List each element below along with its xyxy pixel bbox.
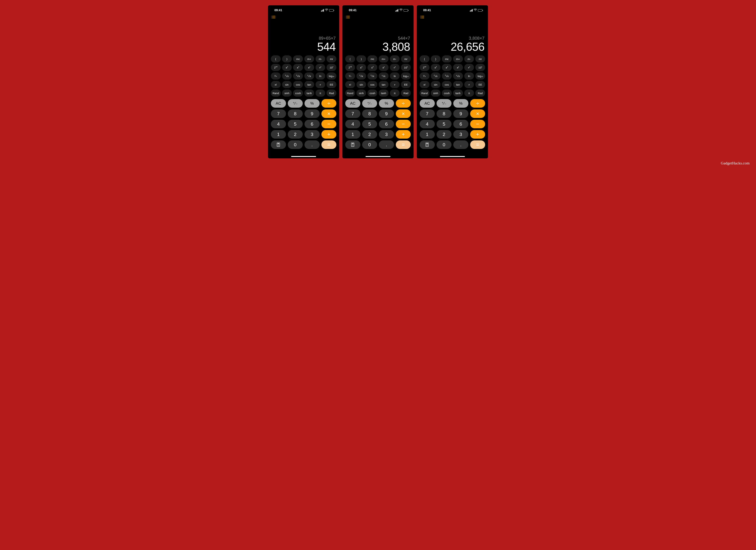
three-button[interactable]: 3 [305,130,320,139]
memory-subtract-button[interactable]: m- [316,55,325,62]
one-over-x-button[interactable]: ¹⁄ₓ [420,72,429,80]
plus-button[interactable]: + [470,130,485,139]
decimal-button[interactable]: . [379,140,394,149]
memory-recall-button[interactable]: mr [327,55,336,62]
one-over-x-button[interactable]: ¹⁄ₓ [271,72,281,80]
memory-clear-button[interactable]: mc [367,55,377,62]
ln-button[interactable]: ln [390,72,400,80]
sinh-button[interactable]: sinh [282,90,292,97]
decimal-button[interactable]: . [453,140,468,149]
history-button[interactable] [268,14,339,19]
two-button[interactable]: 2 [437,130,452,139]
factorial-button[interactable]: x! [345,81,355,88]
sinh-button[interactable]: sinh [356,90,366,97]
nine-button[interactable]: 9 [305,109,320,118]
two-button[interactable]: 2 [362,130,377,139]
ee-button[interactable]: EE [475,81,485,88]
four-button[interactable]: 4 [420,120,435,128]
ten-power-x-button[interactable]: 10x [327,64,336,71]
x-cubed-button[interactable]: x3 [442,64,452,71]
sqrt-button[interactable]: 2√x [431,72,441,80]
eight-button[interactable]: 8 [437,109,452,118]
y-root-x-button[interactable]: y√x [304,72,314,80]
seven-button[interactable]: 7 [345,109,360,118]
six-button[interactable]: 6 [453,120,468,128]
cos-button[interactable]: cos [367,81,377,88]
x-squared-button[interactable]: x2 [282,64,292,71]
tan-button[interactable]: tan [304,81,314,88]
equals-button[interactable]: = [396,140,411,149]
e-power-x-button[interactable]: ex [390,64,400,71]
six-button[interactable]: 6 [305,120,320,128]
multiply-button[interactable]: × [470,109,485,118]
second-fn-button[interactable]: 2nd [271,64,281,71]
second-fn-button[interactable]: 2nd [420,64,429,71]
memory-add-button[interactable]: m+ [453,55,463,62]
minus-button[interactable]: − [321,120,337,128]
x-cubed-button[interactable]: x3 [293,64,303,71]
rand-button[interactable]: Rand [271,90,281,97]
memory-clear-button[interactable]: mc [442,55,452,62]
memory-subtract-button[interactable]: m- [464,55,474,62]
zero-button[interactable]: 0 [362,140,377,149]
memory-subtract-button[interactable]: m- [390,55,400,62]
paren-close-button[interactable]: ) [356,55,366,62]
plus-button[interactable]: + [321,130,337,139]
second-fn-button[interactable]: 2nd [345,64,355,71]
one-button[interactable]: 1 [420,130,435,139]
memory-recall-button[interactable]: mr [475,55,485,62]
x-power-y-button[interactable]: xy [304,64,314,71]
calculator-mode-button[interactable] [420,140,435,149]
e-power-x-button[interactable]: ex [316,64,325,71]
six-button[interactable]: 6 [379,120,394,128]
memory-clear-button[interactable]: mc [293,55,303,62]
rad-button[interactable]: Rad [401,90,411,97]
sqrt-button[interactable]: 2√x [356,72,366,80]
y-root-x-button[interactable]: y√x [379,72,389,80]
cosh-button[interactable]: cosh [367,90,377,97]
tanh-button[interactable]: tanh [453,90,463,97]
x-cubed-button[interactable]: x3 [367,64,377,71]
cos-button[interactable]: cos [293,81,303,88]
percent-button[interactable]: % [379,99,394,108]
nine-button[interactable]: 9 [379,109,394,118]
rand-button[interactable]: Rand [420,90,429,97]
sinh-button[interactable]: sinh [431,90,441,97]
four-button[interactable]: 4 [345,120,360,128]
equals-button[interactable]: = [321,140,337,149]
four-button[interactable]: 4 [271,120,286,128]
tan-button[interactable]: tan [379,81,389,88]
clear-button[interactable]: AC [345,99,360,108]
rad-button[interactable]: Rad [475,90,485,97]
x-squared-button[interactable]: x2 [356,64,366,71]
history-button[interactable] [417,14,488,19]
ee-button[interactable]: EE [401,81,411,88]
three-button[interactable]: 3 [453,130,468,139]
five-button[interactable]: 5 [288,120,303,128]
clear-button[interactable]: AC [271,99,286,108]
log10-button[interactable]: log10 [327,72,336,80]
eight-button[interactable]: 8 [288,109,303,118]
cosh-button[interactable]: cosh [293,90,303,97]
log10-button[interactable]: log10 [401,72,411,80]
cbrt-button[interactable]: 3√x [367,72,377,80]
e-power-x-button[interactable]: ex [464,64,474,71]
ten-power-x-button[interactable]: 10x [401,64,411,71]
seven-button[interactable]: 7 [420,109,435,118]
ln-button[interactable]: ln [464,72,474,80]
plus-button[interactable]: + [396,130,411,139]
cbrt-button[interactable]: 3√x [293,72,303,80]
sin-button[interactable]: sin [431,81,441,88]
seven-button[interactable]: 7 [271,109,286,118]
x-power-y-button[interactable]: xy [453,64,463,71]
negate-button[interactable]: ⁺∕₋ [288,99,303,108]
memory-add-button[interactable]: m+ [304,55,314,62]
euler-e-button[interactable]: e [464,81,474,88]
cosh-button[interactable]: cosh [442,90,452,97]
pi-button[interactable]: π [390,90,400,97]
multiply-button[interactable]: × [321,109,337,118]
zero-button[interactable]: 0 [288,140,303,149]
three-button[interactable]: 3 [379,130,394,139]
nine-button[interactable]: 9 [453,109,468,118]
cbrt-button[interactable]: 3√x [442,72,452,80]
